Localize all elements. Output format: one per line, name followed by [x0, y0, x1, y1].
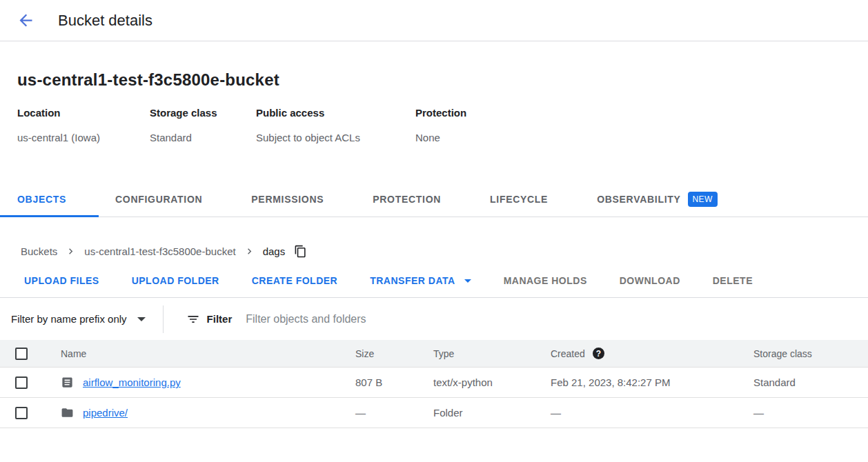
filter-bar: Filter by name prefix only Filter	[0, 297, 868, 340]
meta-location: Location us-central1 (Iowa)	[17, 106, 150, 145]
object-toolbar: UPLOAD FILES UPLOAD FOLDER CREATE FOLDER…	[24, 275, 868, 286]
download-button[interactable]: DOWNLOAD	[620, 275, 680, 286]
table-row: pipedrive/ — Folder — —	[0, 398, 868, 428]
vertical-divider	[163, 305, 164, 333]
upload-folder-button[interactable]: UPLOAD FOLDER	[132, 275, 219, 286]
app-bar: Bucket details	[0, 0, 868, 41]
chevron-right-icon	[244, 245, 255, 257]
meta-label: Protection	[415, 106, 466, 120]
meta-storage-class: Storage class Standard	[150, 106, 256, 145]
row-type: text/x-python	[433, 376, 551, 388]
meta-label: Storage class	[150, 106, 256, 120]
meta-value: us-central1 (Iowa)	[17, 131, 150, 145]
tab-lifecycle[interactable]: LIFECYCLE	[490, 194, 548, 205]
filter-label: Filter	[207, 313, 233, 325]
filter-objects-input[interactable]	[244, 312, 631, 326]
header-check-cell	[0, 348, 61, 360]
manage-holds-button[interactable]: MANAGE HOLDS	[504, 275, 587, 286]
active-tab-underline	[0, 215, 99, 217]
column-storage-class: Storage class	[753, 348, 868, 359]
row-created: —	[551, 407, 753, 419]
breadcrumb-bucket-name[interactable]: us-central1-test-f3c5800e-bucket	[84, 245, 235, 257]
row-size: 807 B	[355, 376, 433, 388]
row-storage-class: Standard	[753, 376, 868, 388]
row-check-cell	[0, 407, 61, 419]
tab-configuration[interactable]: CONFIGURATION	[115, 194, 202, 205]
meta-value: None	[415, 131, 466, 145]
row-storage-class: —	[753, 407, 868, 419]
column-created: Created ?	[551, 348, 753, 359]
tab-bar: OBJECTS CONFIGURATION PERMISSIONS PROTEC…	[0, 182, 868, 217]
bucket-meta: Location us-central1 (Iowa) Storage clas…	[17, 106, 868, 145]
bucket-summary: us-central1-test-f3c5800e-bucket Locatio…	[0, 41, 868, 145]
tab-permissions[interactable]: PERMISSIONS	[251, 194, 324, 205]
row-check-cell	[0, 376, 61, 389]
table-row: airflow_monitoring.py 807 B text/x-pytho…	[0, 368, 868, 398]
tab-observability[interactable]: OBSERVABILITY NEW	[597, 192, 718, 207]
object-link[interactable]: pipedrive/	[83, 407, 128, 419]
column-type: Type	[433, 348, 551, 359]
breadcrumb-buckets[interactable]: Buckets	[21, 245, 57, 257]
meta-label: Location	[17, 106, 150, 120]
bucket-name: us-central1-test-f3c5800e-bucket	[17, 69, 868, 91]
row-checkbox[interactable]	[15, 407, 28, 419]
column-created-label: Created	[551, 348, 585, 359]
dropdown-caret-icon	[464, 279, 471, 283]
dropdown-caret-icon	[137, 317, 146, 321]
meta-value: Subject to object ACLs	[256, 131, 415, 145]
tab-protection[interactable]: PROTECTION	[373, 194, 441, 205]
delete-button[interactable]: DELETE	[713, 275, 753, 286]
row-created: Feb 21, 2023, 8:42:27 PM	[551, 376, 753, 388]
tab-objects[interactable]: OBJECTS	[17, 194, 66, 205]
objects-table-header: Name Size Type Created ? Storage class	[0, 340, 868, 368]
back-button[interactable]	[15, 10, 36, 31]
meta-public-access: Public access Subject to object ACLs	[256, 106, 415, 145]
help-icon[interactable]: ?	[593, 348, 604, 359]
new-badge: NEW	[688, 192, 718, 207]
upload-files-button[interactable]: UPLOAD FILES	[24, 275, 99, 286]
meta-protection: Protection None	[415, 106, 466, 145]
meta-label: Public access	[256, 106, 415, 120]
filter-list-icon	[186, 312, 200, 326]
row-checkbox[interactable]	[15, 376, 28, 389]
filter-scope-dropdown[interactable]: Filter by name prefix only	[11, 313, 146, 325]
content-copy-icon	[294, 245, 307, 258]
row-type: Folder	[433, 407, 551, 419]
file-icon	[61, 376, 74, 389]
filter-scope-label: Filter by name prefix only	[11, 313, 127, 325]
row-name-cell: pipedrive/	[61, 406, 355, 419]
breadcrumb: Buckets us-central1-test-f3c5800e-bucket…	[21, 245, 868, 258]
breadcrumb-current-folder: dags	[263, 245, 286, 257]
chevron-right-icon	[65, 245, 77, 257]
create-folder-button[interactable]: CREATE FOLDER	[252, 275, 337, 286]
row-size: —	[355, 407, 433, 419]
column-name: Name	[61, 348, 355, 359]
transfer-data-button[interactable]: TRANSFER DATA	[370, 275, 471, 286]
copy-path-button[interactable]	[294, 245, 307, 258]
tab-observability-label: OBSERVABILITY	[597, 194, 680, 205]
select-all-checkbox[interactable]	[15, 348, 28, 360]
arrow-back-icon	[17, 11, 35, 30]
row-name-cell: airflow_monitoring.py	[61, 376, 355, 389]
object-link[interactable]: airflow_monitoring.py	[83, 376, 181, 388]
column-size: Size	[355, 348, 433, 359]
page-title: Bucket details	[58, 12, 152, 30]
transfer-data-label: TRANSFER DATA	[370, 275, 455, 286]
folder-icon	[61, 406, 74, 419]
meta-value: Standard	[150, 131, 256, 145]
